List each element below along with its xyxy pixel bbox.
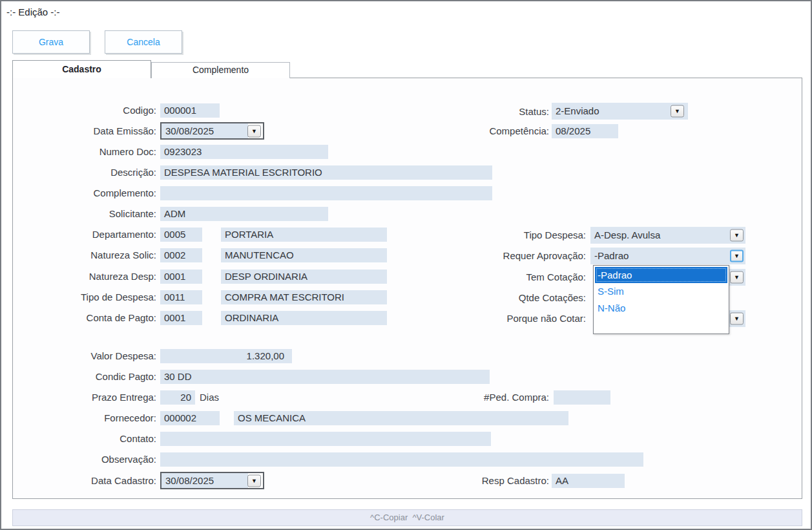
competencia-label: Competência: — [407, 124, 549, 138]
requer-aprovacao-label: Requer Aprovação: — [444, 249, 586, 263]
departamento-code-field[interactable]: 0005 — [160, 228, 202, 242]
conta-de-pagto-desc-field[interactable]: ORDINARIA — [221, 311, 387, 325]
ped-compra-label: #Ped. Compra: — [407, 390, 549, 405]
window-title: -:- Edição -:- — [6, 6, 60, 17]
data-cadastro-dropdown-arrow-icon[interactable]: ▼ — [247, 474, 261, 487]
requer-aprovacao-field[interactable]: -Padrao ▼ — [590, 248, 745, 264]
tem-cotacao-label: Tem Cotação: — [444, 270, 586, 284]
fornecedor-desc-field[interactable]: OS MECANICA — [234, 411, 568, 425]
status-dropdown-arrow-icon[interactable]: ▼ — [671, 105, 684, 118]
conta-de-pagto-label: Conta de Pagto: — [14, 311, 156, 325]
fornecedor-code-field[interactable]: 000002 — [160, 411, 220, 425]
grava-button[interactable]: Grava — [12, 30, 90, 54]
requer-aprovacao-value: -Padrao — [594, 250, 629, 261]
status-bar: ^C-Copiar ^V-Colar — [12, 509, 802, 526]
descricao-label: Descrição: — [14, 165, 156, 180]
prazo-entrega-suffix-label: Dias — [200, 390, 238, 405]
data-cadastro-value[interactable]: 30/08/2025 — [161, 473, 248, 488]
natureza-desp-code-field[interactable]: 0001 — [160, 270, 202, 284]
contato-field[interactable] — [160, 432, 491, 446]
resp-cadastro-field[interactable]: AA — [552, 474, 625, 488]
data-cadastro-label: Data Cadastro: — [14, 474, 156, 488]
natureza-desp-label: Natureza Desp: — [14, 270, 156, 284]
tem-cotacao-dropdown-arrow-icon[interactable]: ▼ — [730, 271, 744, 284]
data-emissao-dropdown-arrow-icon[interactable]: ▼ — [247, 125, 261, 137]
dropdown-option-nao[interactable]: N-Não — [594, 300, 729, 317]
dropdown-option-sim[interactable]: S-Sim — [594, 283, 729, 300]
valor-despesa-field[interactable]: 1.320,00 — [160, 349, 292, 363]
complemento-field[interactable] — [160, 186, 492, 200]
natureza-desp-desc-field[interactable]: DESP ORDINARIA — [221, 270, 387, 284]
dropdown-option-padrao[interactable]: -Padrao — [595, 267, 727, 283]
natureza-solic-label: Natureza Solic: — [14, 248, 156, 262]
condic-pagto-label: Condic Pagto: — [14, 370, 156, 384]
observacao-label: Observação: — [14, 452, 156, 467]
descricao-field[interactable]: DESPESA MATERIAL ESCRITORIO — [160, 165, 492, 180]
data-cadastro-combo[interactable]: 30/08/2025 ▼ — [160, 472, 264, 489]
tab-complemento[interactable]: Complemento — [151, 62, 290, 78]
tipo-despesa-label: Tipo Despesa: — [444, 228, 586, 242]
fornecedor-label: Fornecedor: — [14, 411, 156, 425]
natureza-solic-code-field[interactable]: 0002 — [160, 248, 202, 262]
resp-cadastro-label: Resp Cadastro: — [407, 474, 549, 488]
codigo-field[interactable]: 000001 — [160, 103, 220, 118]
departamento-label: Departamento: — [14, 228, 156, 242]
porque-nao-cotar-label: Porque não Cotar: — [444, 312, 586, 326]
solicitante-label: Solicitante: — [14, 207, 156, 221]
competencia-field[interactable]: 08/2025 — [552, 124, 618, 138]
prazo-entrega-field[interactable]: 20 — [160, 390, 195, 405]
porque-nao-cotar-dropdown-arrow-icon[interactable]: ▼ — [730, 313, 744, 325]
prazo-entrega-label: Prazo Entrega: — [14, 390, 156, 405]
tab-cadastro[interactable]: Cadastro — [12, 60, 151, 78]
condic-pagto-field[interactable]: 30 DD — [160, 370, 490, 384]
solicitante-field[interactable]: ADM — [160, 207, 328, 221]
requer-aprovacao-dropdown-popup: -Padrao S-Sim N-Não — [593, 265, 729, 334]
status-field[interactable]: 2-Enviado ▼ — [552, 103, 688, 120]
observacao-field[interactable] — [160, 452, 643, 467]
requer-aprovacao-dropdown-arrow-icon[interactable]: ▼ — [730, 250, 744, 262]
departamento-desc-field[interactable]: PORTARIA — [221, 228, 387, 242]
status-label: Status: — [407, 105, 549, 119]
tipo-de-despesa-desc-field[interactable]: COMPRA MAT ESCRITORI — [221, 290, 387, 304]
tipo-de-despesa-label: Tipo de Despesa: — [14, 290, 156, 304]
tipo-despesa-value: A-Desp. Avulsa — [594, 229, 660, 240]
qtde-cotacoes-label: Qtde Cotações: — [444, 291, 586, 305]
valor-despesa-label: Valor Despesa: — [14, 349, 156, 363]
status-value: 2-Enviado — [556, 105, 599, 116]
data-emissao-label: Data Emissão: — [14, 124, 156, 138]
tipo-despesa-field[interactable]: A-Desp. Avulsa ▼ — [590, 227, 745, 244]
tipo-despesa-dropdown-arrow-icon[interactable]: ▼ — [730, 229, 744, 242]
codigo-label: Codigo: — [14, 103, 156, 118]
complemento-label: Complemento: — [14, 186, 156, 200]
conta-de-pagto-code-field[interactable]: 0001 — [160, 311, 202, 325]
data-emissao-value[interactable]: 30/08/2025 — [161, 123, 248, 138]
natureza-solic-desc-field[interactable]: MANUTENCAO — [221, 248, 387, 262]
tipo-de-despesa-code-field[interactable]: 0011 — [160, 290, 202, 304]
contato-label: Contato: — [14, 432, 156, 446]
ped-compra-field[interactable] — [554, 390, 610, 405]
data-emissao-combo[interactable]: 30/08/2025 ▼ — [160, 122, 264, 140]
cancela-button[interactable]: Cancela — [105, 30, 182, 54]
edit-window: -:- Edição -:- Grava Cancela Cadastro Co… — [0, 0, 812, 530]
numero-doc-field[interactable]: 0923023 — [160, 145, 328, 159]
numero-doc-label: Numero Doc: — [14, 145, 156, 159]
